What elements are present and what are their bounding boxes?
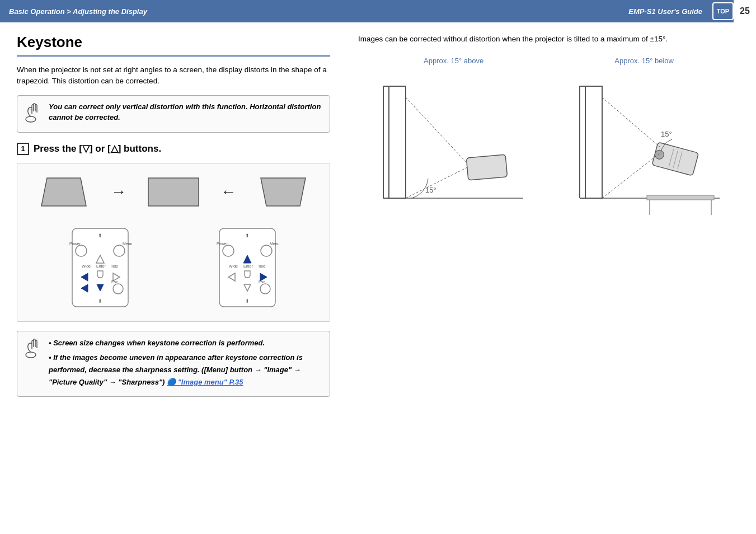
svg-text:Wide: Wide (82, 264, 91, 268)
svg-text:Enter: Enter (96, 264, 106, 268)
header-bar: Basic Operation > Adjusting the Display … (0, 0, 756, 22)
svg-marker-4 (261, 178, 306, 206)
trapezoid-row: → ← (26, 172, 321, 212)
label-below: Approx. 15° below (614, 57, 674, 65)
svg-text:⬇: ⬇ (245, 298, 250, 304)
hand-icon-1 (25, 102, 43, 127)
svg-line-45 (406, 167, 467, 198)
remote-left: ⬆ Power Menu Wide Enter Tele (55, 223, 145, 312)
svg-text:Tele: Tele (111, 264, 118, 268)
svg-text:Esc: Esc (259, 280, 265, 284)
remote-right: ⬆ Power Menu Wide Enter Tele (203, 223, 292, 312)
arrow-left: ← (220, 183, 236, 201)
svg-text:⬆: ⬆ (98, 233, 102, 238)
svg-line-57 (602, 97, 661, 148)
projector-diagrams: 15° (358, 69, 739, 254)
svg-text:Esc: Esc (111, 280, 118, 284)
arrow-right: → (111, 183, 126, 201)
svg-rect-63 (647, 195, 714, 200)
page-title: Keystone (17, 34, 330, 57)
trap-left (30, 172, 97, 212)
top-button[interactable]: TOP (712, 2, 734, 20)
svg-rect-41 (389, 86, 406, 198)
breadcrumb: Basic Operation > Adjusting the Display (9, 7, 147, 16)
hand-icon-2 (25, 338, 43, 362)
svg-text:Wide: Wide (229, 264, 238, 268)
svg-rect-43 (467, 154, 508, 180)
svg-point-40 (26, 352, 36, 358)
svg-marker-3 (148, 178, 199, 206)
svg-text:Menu: Menu (270, 242, 280, 246)
svg-text:15°: 15° (661, 130, 672, 138)
trap-right2 (250, 172, 317, 212)
svg-text:Menu: Menu (123, 242, 133, 246)
step-1-heading: 1 Press the [▽] or [△] buttons. (17, 143, 330, 155)
svg-line-58 (602, 152, 661, 198)
right-intro-text: Images can be corrected without distorti… (358, 34, 739, 45)
svg-text:⬇: ⬇ (98, 298, 102, 304)
remotes-row: ⬆ Power Menu Wide Enter Tele (26, 223, 321, 312)
note-box-2: • Screen size changes when keystone corr… (17, 331, 330, 397)
right-column: Images can be corrected without distorti… (347, 34, 739, 397)
note-box-1: You can correct only vertical distortion… (17, 95, 330, 133)
note-1-text: You can correct only vertical distortion… (49, 101, 322, 123)
diagram-below: 15° (574, 69, 720, 254)
page-number: 25 (734, 0, 756, 22)
top-label: TOP (717, 8, 729, 15)
diagram-area: → ← (17, 163, 330, 322)
intro-text: When the projector is not set at right a… (17, 64, 330, 87)
svg-text:15°: 15° (425, 186, 436, 194)
step-1-text: Press the [▽] or [△] buttons. (34, 143, 161, 154)
main-content: Keystone When the projector is not set a… (0, 22, 756, 408)
svg-text:Enter: Enter (243, 264, 253, 268)
note-2-text: • Screen size changes when keystone corr… (49, 337, 322, 391)
svg-line-44 (406, 97, 467, 163)
label-above: Approx. 15° above (424, 57, 483, 65)
svg-text:Tele: Tele (258, 264, 265, 268)
svg-rect-50 (585, 86, 602, 198)
diagram-above: 15° (378, 69, 523, 254)
trap-right1 (140, 172, 207, 212)
svg-marker-2 (41, 178, 86, 206)
step-number: 1 (17, 143, 29, 155)
guide-title: EMP-S1 User's Guide (628, 7, 702, 16)
left-column: Keystone When the projector is not set a… (17, 34, 330, 397)
angle-labels-row: Approx. 15° above Approx. 15° below (358, 57, 739, 65)
svg-point-0 (26, 116, 36, 122)
svg-text:⬆: ⬆ (245, 233, 250, 238)
